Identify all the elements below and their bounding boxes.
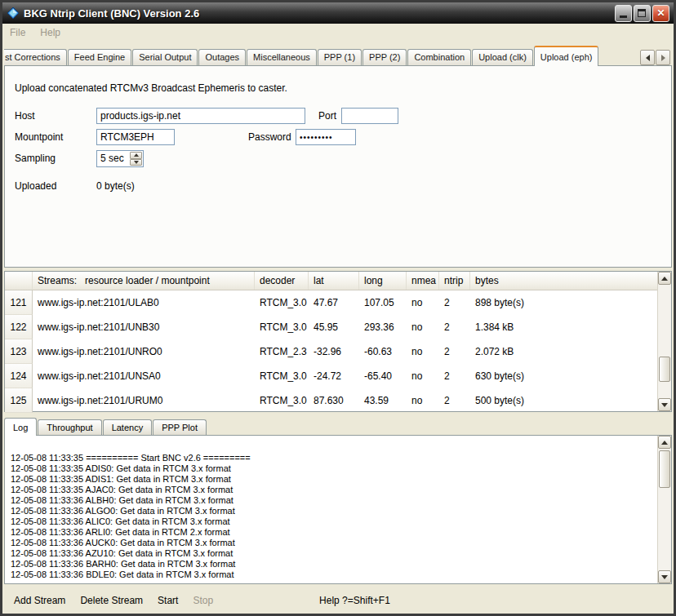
bottom-tab-log[interactable]: Log	[4, 418, 37, 436]
column-long[interactable]: long	[359, 272, 407, 290]
scroll-down-button[interactable]	[658, 398, 671, 411]
cell-nmea: no	[407, 290, 439, 315]
spinner-buttons	[130, 152, 142, 166]
cell-decoder: RTCM_2.3	[255, 339, 309, 364]
tab-ppp-1-[interactable]: PPP (1)	[318, 49, 362, 65]
scroll-down-button[interactable]	[658, 570, 671, 583]
scroll-up-icon	[661, 277, 668, 281]
tab-scrollers	[640, 50, 670, 65]
column-lat[interactable]: lat	[309, 272, 359, 290]
host-input[interactable]	[96, 108, 305, 124]
help-hint: Help ?=Shift+F1	[319, 595, 390, 606]
tab-scroll-left-button[interactable]	[640, 50, 655, 65]
log-line: 12-05-08 11:33:36 BDLE0: Get data in RTC…	[11, 569, 652, 580]
cell-long: -65.40	[359, 364, 407, 388]
panel-description: Upload concatenated RTCMv3 Broadcast Eph…	[15, 82, 287, 94]
stream-row[interactable]: 124 www.igs-ip.net:2101/UNSA0 RTCM_3.0 -…	[5, 364, 657, 388]
scrollbar-thumb[interactable]	[659, 450, 670, 488]
scroll-down-icon	[661, 575, 668, 579]
tab-st-corrections[interactable]: st Corrections	[4, 49, 67, 65]
scroll-up-icon	[661, 441, 668, 445]
tab-feed-engine[interactable]: Feed Engine	[68, 49, 131, 65]
streams-body: 121 www.igs-ip.net:2101/ULAB0 RTCM_3.0 4…	[5, 290, 671, 413]
scroll-down-icon	[661, 403, 668, 407]
row-number: 125	[5, 388, 33, 413]
scroll-up-button[interactable]	[658, 272, 671, 285]
cell-resource: www.igs-ip.net:2101/UNRO0	[33, 339, 255, 364]
title-bar[interactable]: BKG Ntrip Client (BNC) Version 2.6 ✕	[2, 2, 674, 24]
stream-row[interactable]: 123 www.igs-ip.net:2101/UNRO0 RTCM_2.3 -…	[5, 339, 657, 364]
spin-down-icon	[134, 161, 139, 164]
column-decoder[interactable]: decoder	[255, 272, 309, 290]
stream-row[interactable]: 122 www.igs-ip.net:2101/UNB30 RTCM_3.0 4…	[5, 315, 657, 339]
tab-ppp-2-[interactable]: PPP (2)	[362, 49, 407, 65]
tab-serial-output[interactable]: Serial Output	[132, 49, 198, 65]
bottom-tab-throughput[interactable]: Throughput	[38, 419, 101, 435]
spin-down-button[interactable]	[130, 159, 142, 166]
tab-outages[interactable]: Outages	[198, 49, 246, 65]
cell-ntrip: 2	[439, 364, 470, 388]
bottom-tab-latency[interactable]: Latency	[103, 419, 153, 435]
menu-help[interactable]: Help	[40, 27, 60, 38]
bottom-toolbar: Add Stream Delete Stream Start Stop Help…	[2, 587, 674, 614]
window-controls: ✕	[613, 5, 669, 22]
row-number: 122	[5, 315, 33, 339]
password-input[interactable]	[296, 129, 356, 145]
start-button[interactable]: Start	[153, 592, 183, 609]
port-input[interactable]	[341, 108, 398, 124]
tab-miscellaneous[interactable]: Miscellaneous	[247, 49, 317, 65]
sampling-spinner[interactable]: 5 sec	[96, 150, 144, 167]
tab-strip: st CorrectionsFeed EngineSerial OutputOu…	[4, 45, 638, 66]
cell-bytes: 500 byte(s)	[470, 388, 657, 413]
delete-stream-button[interactable]: Delete Stream	[75, 592, 148, 609]
stream-row[interactable]: 121 www.igs-ip.net:2101/ULAB0 RTCM_3.0 4…	[5, 290, 657, 315]
tab-scroll-right-button[interactable]	[656, 50, 670, 65]
left-arrow-icon	[646, 55, 650, 61]
cell-nmea: no	[407, 315, 439, 339]
port-label: Port	[318, 110, 336, 122]
column-bytes[interactable]: bytes	[470, 272, 657, 290]
log-line: 12-05-08 11:33:35 ADIS0: Get data in RTC…	[11, 463, 652, 474]
stop-button[interactable]: Stop	[188, 592, 218, 609]
cell-long: -60.63	[359, 339, 407, 364]
scroll-up-button[interactable]	[658, 436, 671, 449]
tab-bar: st CorrectionsFeed EngineSerial OutputOu…	[4, 45, 672, 66]
cell-ntrip: 2	[439, 290, 470, 315]
cell-bytes: 630 byte(s)	[470, 364, 657, 388]
menu-file[interactable]: File	[10, 27, 25, 38]
header-corner	[5, 272, 33, 290]
log-scrollbar[interactable]	[657, 436, 671, 583]
close-button[interactable]: ✕	[652, 5, 669, 22]
cell-lat: 45.95	[309, 315, 359, 339]
minimize-button[interactable]	[615, 5, 632, 22]
streams-scrollbar[interactable]	[657, 272, 671, 411]
scrollbar-thumb[interactable]	[659, 357, 670, 382]
log-line: 12-05-08 11:33:36 AZU10: Get data in RTC…	[11, 548, 652, 559]
uploaded-value: 0 byte(s)	[96, 180, 135, 192]
column-nmea[interactable]: nmea	[407, 272, 439, 290]
maximize-button[interactable]	[634, 5, 651, 22]
row-number: 123	[5, 339, 33, 364]
stream-row[interactable]: 125 www.igs-ip.net:2101/URUM0 RTCM_3.0 8…	[5, 388, 657, 413]
tab-combination[interactable]: Combination	[407, 49, 471, 65]
tab-upload-eph-[interactable]: Upload (eph)	[534, 46, 599, 66]
close-icon: ✕	[656, 8, 665, 18]
spin-up-button[interactable]	[130, 152, 142, 159]
log-lines[interactable]: 12-05-08 11:33:35 ========== Start BNC v…	[6, 437, 656, 583]
cell-decoder: RTCM_3.0	[255, 364, 309, 388]
column-resource[interactable]: Streams: resource loader / mountpoint	[33, 272, 255, 290]
cell-resource: www.igs-ip.net:2101/ULAB0	[33, 290, 255, 315]
streams-table: Streams: resource loader / mountpoint de…	[4, 271, 672, 412]
scrollbar-track[interactable]	[658, 285, 671, 398]
add-stream-button[interactable]: Add Stream	[9, 592, 70, 609]
uploaded-label: Uploaded	[15, 180, 56, 192]
cell-decoder: RTCM_3.0	[255, 315, 309, 339]
scrollbar-track[interactable]	[658, 449, 671, 570]
right-arrow-icon	[661, 55, 665, 61]
tab-upload-clk-[interactable]: Upload (clk)	[472, 49, 533, 65]
mountpoint-input[interactable]	[96, 129, 175, 145]
bottom-tab-ppp-plot[interactable]: PPP Plot	[153, 419, 207, 435]
column-ntrip[interactable]: ntrip	[439, 272, 470, 290]
cell-bytes: 2.072 kB	[470, 339, 657, 364]
cell-bytes: 1.384 kB	[470, 315, 657, 339]
